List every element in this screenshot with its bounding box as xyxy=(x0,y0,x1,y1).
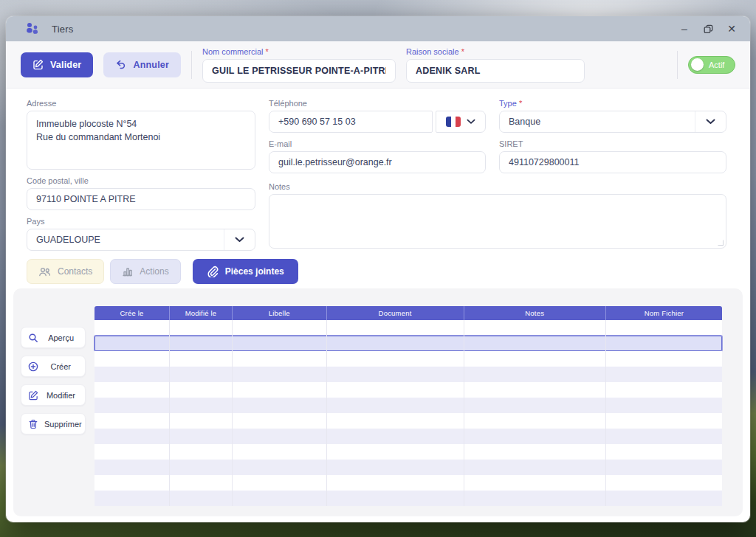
table-row[interactable] xyxy=(94,382,722,398)
table-cell xyxy=(233,382,327,398)
column-header[interactable]: Crée le xyxy=(94,306,170,320)
toolbar-divider xyxy=(191,51,192,79)
table-row[interactable] xyxy=(94,460,722,475)
column-header[interactable]: Libelle xyxy=(233,306,327,320)
type-field-group: Type * Banque xyxy=(499,99,726,133)
undo-icon xyxy=(115,59,126,70)
tiers-window: Tiers – ✕ Valider xyxy=(6,16,750,522)
attachments-panel: Aperçu Créer Modifier xyxy=(13,288,743,516)
table-cell xyxy=(327,351,464,367)
notes-textarea[interactable] xyxy=(269,194,726,249)
type-select[interactable]: Banque xyxy=(499,111,726,133)
table-cell xyxy=(464,460,606,475)
table-cell xyxy=(170,444,233,460)
column-header[interactable]: Document xyxy=(327,306,464,320)
table-cell xyxy=(327,320,464,336)
table-cell xyxy=(170,413,233,429)
siret-input[interactable] xyxy=(499,151,726,173)
preview-button[interactable]: Aperçu xyxy=(21,327,86,348)
active-toggle[interactable]: Actif xyxy=(688,56,735,74)
chevron-down-icon xyxy=(224,229,255,250)
pays-label: Pays xyxy=(27,217,255,226)
table-cell xyxy=(464,336,606,351)
tab-actions[interactable]: Actions xyxy=(110,259,180,284)
table-cell xyxy=(233,429,327,444)
search-icon xyxy=(28,333,38,343)
table-cell xyxy=(464,320,606,336)
table-cell xyxy=(233,351,327,367)
code-postal-input[interactable] xyxy=(27,188,255,210)
nom-commercial-input[interactable] xyxy=(202,59,396,83)
email-label: E-mail xyxy=(269,139,486,148)
table-row[interactable] xyxy=(94,413,722,429)
validate-button[interactable]: Valider xyxy=(21,52,93,77)
table-cell xyxy=(606,367,722,382)
table-cell xyxy=(233,336,327,351)
table-cell xyxy=(606,460,722,475)
attachments-body xyxy=(94,320,722,506)
raison-sociale-input[interactable] xyxy=(406,59,585,83)
bar-chart-icon xyxy=(122,266,133,277)
table-cell xyxy=(170,336,233,351)
tab-contacts[interactable]: Contacts xyxy=(27,259,104,284)
close-icon[interactable]: ✕ xyxy=(724,21,740,37)
table-row[interactable] xyxy=(94,444,722,460)
table-cell xyxy=(94,382,170,398)
adresse-field-group: Adresse Immeuble plocoste N°54 Rue du co… xyxy=(27,99,255,170)
table-cell xyxy=(606,413,722,429)
phone-country-select[interactable] xyxy=(436,111,486,133)
table-cell xyxy=(233,413,327,429)
raison-sociale-label: Raison sociale * xyxy=(406,47,585,56)
telephone-input[interactable] xyxy=(269,111,433,133)
adresse-textarea[interactable]: Immeuble plocoste N°54 Rue du commandant… xyxy=(27,111,255,170)
table-cell xyxy=(606,398,722,413)
restore-button[interactable] xyxy=(700,21,716,37)
table-cell xyxy=(94,413,170,429)
column-header[interactable]: Notes xyxy=(464,306,606,320)
plus-circle-icon xyxy=(28,361,38,372)
table-cell xyxy=(170,491,233,506)
minimize-button[interactable]: – xyxy=(676,21,693,37)
table-cell xyxy=(464,351,606,367)
column-header[interactable]: Modifié le xyxy=(170,306,233,320)
delete-button[interactable]: Supprimer xyxy=(21,413,86,434)
edit-icon xyxy=(28,390,38,401)
table-row[interactable] xyxy=(94,398,722,413)
table-row[interactable] xyxy=(94,351,722,367)
type-value: Banque xyxy=(509,117,695,127)
notes-field-group: Notes xyxy=(269,182,726,251)
table-cell xyxy=(94,320,170,336)
window-title: Tiers xyxy=(52,24,73,35)
column-header[interactable]: Nom Fichier xyxy=(606,306,722,320)
table-cell xyxy=(94,398,170,413)
table-cell xyxy=(464,382,606,398)
table-cell xyxy=(464,429,606,444)
email-input[interactable] xyxy=(269,151,486,173)
table-cell xyxy=(464,491,606,506)
table-cell xyxy=(94,460,170,475)
table-row[interactable] xyxy=(94,320,722,336)
tab-pieces-jointes[interactable]: Pièces jointes xyxy=(193,259,298,284)
table-cell xyxy=(464,367,606,382)
table-row[interactable] xyxy=(94,475,722,491)
table-cell xyxy=(233,444,327,460)
table-row[interactable] xyxy=(94,367,722,382)
table-row[interactable] xyxy=(94,336,722,351)
table-cell xyxy=(94,336,170,351)
table-cell xyxy=(170,320,233,336)
pays-select[interactable]: GUADELOUPE xyxy=(27,229,255,251)
trash-icon xyxy=(28,419,38,429)
cancel-button[interactable]: Annuler xyxy=(103,52,181,77)
table-cell xyxy=(233,475,327,491)
table-cell xyxy=(170,398,233,413)
code-postal-label: Code postal, ville xyxy=(27,176,255,185)
create-button[interactable]: Créer xyxy=(21,356,86,377)
table-row[interactable] xyxy=(94,491,722,506)
siret-field-group: SIRET xyxy=(499,139,726,173)
siret-label: SIRET xyxy=(499,139,726,148)
edit-button[interactable]: Modifier xyxy=(21,384,86,406)
notes-label: Notes xyxy=(269,182,726,191)
table-cell xyxy=(606,351,722,367)
type-label: Type * xyxy=(499,99,726,108)
table-row[interactable] xyxy=(94,429,722,444)
